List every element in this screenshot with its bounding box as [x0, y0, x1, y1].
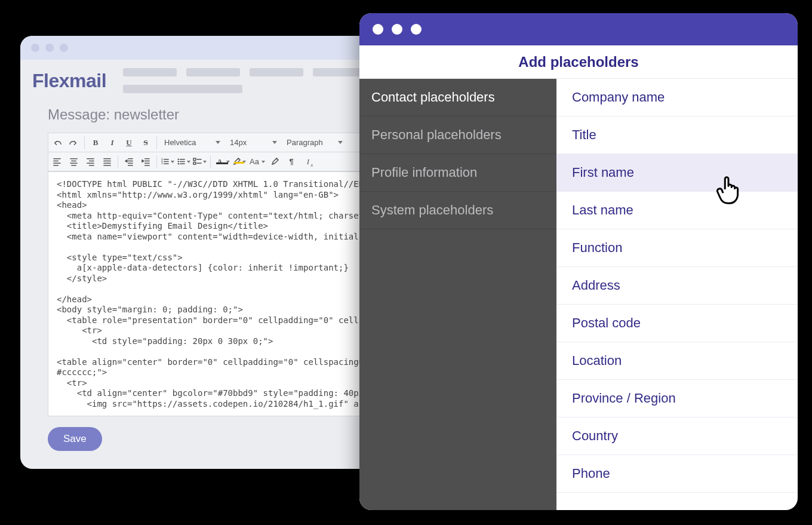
chevron-down-icon — [187, 161, 190, 163]
skeleton-bar — [123, 85, 242, 93]
skeleton-bar — [313, 68, 367, 76]
placeholder-item-country[interactable]: Country — [556, 417, 798, 455]
save-button[interactable]: Save — [48, 427, 102, 451]
block-format-select[interactable]: Paragraph — [282, 138, 347, 147]
skeleton-bar — [186, 68, 240, 76]
indent-button[interactable] — [137, 153, 154, 170]
placeholders-titlebar — [359, 13, 798, 45]
svg-point-4 — [178, 161, 179, 162]
text-color-button[interactable]: A — [213, 157, 231, 167]
toolbar-separator — [156, 155, 157, 168]
italic-button[interactable]: I — [104, 134, 121, 151]
outdent-button[interactable] — [121, 153, 137, 170]
placeholders-window: Add placeholders Contact placeholders Pe… — [359, 13, 798, 510]
chevron-down-icon — [272, 141, 277, 144]
category-system[interactable]: System placeholders — [359, 192, 556, 229]
chevron-down-icon — [242, 161, 246, 163]
strike-button[interactable]: S — [137, 134, 154, 151]
svg-rect-6 — [193, 158, 196, 161]
paragraph-marks-button[interactable]: ¶ — [283, 153, 300, 170]
placeholder-item-title[interactable]: Title — [556, 116, 798, 154]
window-dot — [392, 24, 402, 35]
format-painter-button[interactable] — [266, 153, 283, 170]
chevron-down-icon — [262, 161, 265, 163]
toolbar-separator — [118, 155, 118, 168]
placeholder-item-postal-code[interactable]: Postal code — [556, 305, 798, 342]
font-case-button[interactable]: Aa — [247, 157, 266, 166]
font-family-value: Helvetica — [164, 138, 196, 147]
redo-button[interactable] — [65, 134, 82, 151]
unordered-list-button[interactable] — [176, 157, 192, 166]
align-left-button[interactable] — [48, 153, 65, 170]
category-contact[interactable]: Contact placeholders — [359, 79, 556, 116]
bold-button[interactable]: B — [87, 134, 104, 151]
toolbar-separator — [156, 136, 157, 149]
brand-logo: Flexmail — [32, 70, 106, 92]
block-format-value: Paragraph — [287, 138, 323, 147]
svg-rect-7 — [193, 162, 196, 164]
svg-point-5 — [178, 163, 179, 164]
ordered-list-button[interactable]: 123 — [159, 157, 176, 166]
placeholder-item-function[interactable]: Function — [556, 229, 798, 267]
toolbar-separator — [210, 155, 211, 168]
font-size-value: 14px — [230, 138, 247, 147]
placeholder-category-sidebar: Contact placeholders Personal placeholde… — [359, 79, 556, 510]
placeholder-item-last-name[interactable]: Last name — [556, 192, 798, 229]
svg-point-3 — [178, 159, 179, 160]
placeholder-item-province[interactable]: Province / Region — [556, 380, 798, 417]
align-justify-button[interactable] — [99, 153, 115, 170]
category-personal[interactable]: Personal placeholders — [359, 116, 556, 154]
window-dot — [411, 24, 422, 35]
window-dot — [60, 44, 68, 52]
chevron-down-icon — [338, 141, 343, 144]
chevron-down-icon — [171, 161, 174, 163]
checklist-button[interactable] — [192, 157, 208, 166]
align-center-button[interactable] — [65, 153, 82, 170]
category-profile[interactable]: Profile information — [359, 154, 556, 192]
font-size-select[interactable]: 14px — [225, 138, 282, 147]
highlight-color-button[interactable] — [231, 157, 247, 166]
window-dot — [45, 44, 54, 52]
chevron-down-icon — [203, 161, 207, 163]
align-right-button[interactable] — [82, 153, 99, 170]
placeholder-item-phone[interactable]: Phone — [556, 455, 798, 493]
skeleton-bar — [250, 68, 303, 76]
placeholder-item-location[interactable]: Location — [556, 342, 798, 380]
placeholders-title: Add placeholders — [359, 45, 798, 79]
window-dot — [31, 44, 39, 52]
chevron-down-icon — [216, 141, 220, 144]
placeholder-item-first-name[interactable]: First name — [556, 154, 798, 192]
font-family-select[interactable]: Helvetica — [159, 138, 225, 147]
svg-text:3: 3 — [161, 162, 163, 165]
window-dot — [373, 24, 383, 35]
placeholder-item-address[interactable]: Address — [556, 267, 798, 305]
placeholder-item-list: Company name Title First name Last name … — [556, 79, 798, 510]
toolbar-separator — [84, 136, 85, 149]
clear-formatting-button[interactable]: Ix — [300, 153, 316, 170]
skeleton-bar — [123, 68, 177, 76]
chevron-down-icon — [226, 161, 230, 163]
underline-button[interactable]: U — [121, 134, 137, 151]
undo-button[interactable] — [48, 134, 65, 151]
placeholder-item-company-name[interactable]: Company name — [556, 79, 798, 116]
